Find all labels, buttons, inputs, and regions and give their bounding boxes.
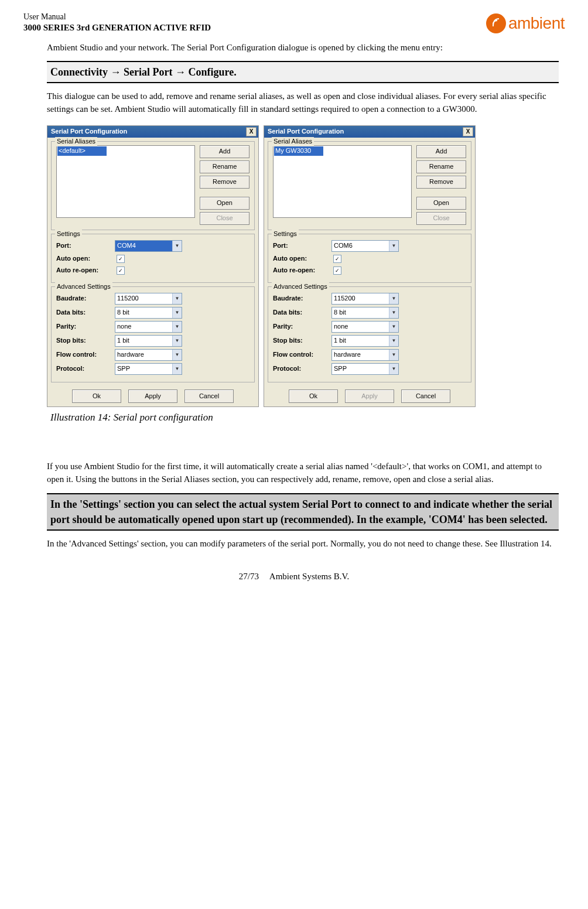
- stopbits-combo[interactable]: 1 bit▼: [115, 335, 182, 347]
- label-baudrate: Baudrate:: [56, 294, 115, 303]
- dialog-serial-config-left: Serial Port Configuration X Serial Alias…: [47, 125, 259, 408]
- logo-icon: [486, 13, 506, 33]
- remove-button[interactable]: Remove: [416, 176, 466, 189]
- label-databits: Data bits:: [273, 308, 331, 317]
- label-stopbits: Stop bits:: [56, 336, 115, 346]
- group-settings: Settings: [272, 230, 299, 239]
- chevron-down-icon[interactable]: ▼: [389, 293, 398, 304]
- chevron-down-icon[interactable]: ▼: [172, 307, 182, 318]
- rename-button[interactable]: Rename: [200, 160, 249, 173]
- cancel-button[interactable]: Cancel: [184, 389, 234, 404]
- auto-reopen-checkbox[interactable]: ✓: [333, 266, 341, 275]
- banner-settings: In the 'Settings' section you can select…: [47, 493, 559, 531]
- label-flowcontrol: Flow control:: [273, 350, 331, 360]
- logo: ambient: [486, 12, 565, 36]
- label-parity: Parity:: [273, 322, 331, 332]
- aliases-listbox[interactable]: My GW3030: [273, 145, 412, 218]
- group-aliases: Serial Aliases: [272, 137, 314, 146]
- label-auto-reopen: Auto re-open:: [56, 266, 115, 275]
- chevron-down-icon[interactable]: ▼: [389, 336, 398, 346]
- baudrate-combo[interactable]: 115200▼: [115, 293, 182, 305]
- apply-button[interactable]: Apply: [128, 389, 177, 404]
- ok-button[interactable]: Ok: [72, 389, 121, 404]
- databits-combo[interactable]: 8 bit▼: [331, 307, 399, 319]
- label-parity: Parity:: [56, 322, 115, 332]
- company-name: Ambient Systems B.V.: [269, 572, 349, 581]
- label-flowcontrol: Flow control:: [56, 350, 115, 360]
- remove-button[interactable]: Remove: [200, 176, 249, 189]
- flowcontrol-combo[interactable]: hardware▼: [115, 349, 182, 361]
- close-icon[interactable]: X: [246, 127, 257, 136]
- close-icon[interactable]: X: [463, 127, 473, 136]
- chevron-down-icon[interactable]: ▼: [172, 322, 182, 332]
- group-advanced: Advanced Settings: [55, 282, 112, 292]
- add-button[interactable]: Add: [200, 145, 249, 158]
- dialog-titlebar: Serial Port Configuration X: [47, 126, 258, 138]
- page-number: 27/73: [239, 572, 259, 581]
- label-auto-open: Auto open:: [273, 254, 331, 264]
- chevron-down-icon[interactable]: ▼: [172, 364, 182, 374]
- auto-open-checkbox[interactable]: ✓: [117, 255, 125, 263]
- close-button[interactable]: Close: [200, 212, 249, 225]
- stopbits-combo[interactable]: 1 bit▼: [331, 335, 399, 347]
- label-auto-reopen: Auto re-open:: [273, 266, 331, 275]
- dialog-title: Serial Port Configuration: [51, 127, 127, 136]
- group-aliases: Serial Aliases: [55, 137, 97, 146]
- dialog-title: Serial Port Configuration: [268, 127, 344, 136]
- add-button[interactable]: Add: [416, 145, 466, 158]
- aliases-listbox[interactable]: <default>: [56, 145, 195, 218]
- port-combo[interactable]: COM4▼: [115, 240, 182, 252]
- label-baudrate: Baudrate:: [273, 294, 331, 303]
- series-title: 3000 SERIES 3rd GENERATION ACTIVE RFID: [23, 22, 211, 34]
- close-button[interactable]: Close: [416, 212, 466, 225]
- label-auto-open: Auto open:: [56, 254, 115, 264]
- parity-combo[interactable]: none▼: [115, 321, 182, 333]
- figure-caption: Illustration 14: Serial port configurati…: [50, 411, 559, 425]
- banner-connectivity: Connectivity → Serial Port → Configure.: [47, 61, 559, 83]
- ok-button[interactable]: Ok: [289, 389, 338, 404]
- chevron-down-icon[interactable]: ▼: [389, 241, 398, 251]
- alias-item[interactable]: My GW3030: [274, 146, 323, 156]
- label-port: Port:: [273, 241, 331, 251]
- chevron-down-icon[interactable]: ▼: [389, 350, 398, 360]
- dialog-titlebar: Serial Port Configuration X: [264, 126, 475, 138]
- chevron-down-icon[interactable]: ▼: [389, 322, 398, 332]
- chevron-down-icon[interactable]: ▼: [389, 364, 398, 374]
- paragraph-firsttime: If you use Ambient Studio for the first …: [47, 460, 559, 486]
- label-port: Port:: [56, 241, 115, 251]
- apply-button[interactable]: Apply: [345, 389, 394, 404]
- port-combo[interactable]: COM6▼: [331, 240, 399, 252]
- cancel-button[interactable]: Cancel: [401, 389, 450, 404]
- figure-serial-config: Serial Port Configuration X Serial Alias…: [47, 125, 559, 425]
- label-protocol: Protocol:: [56, 364, 115, 374]
- label-protocol: Protocol:: [273, 364, 331, 374]
- paragraph-advanced: In the 'Advanced Settings' section, you …: [47, 538, 559, 551]
- dialog-serial-config-right: Serial Port Configuration X Serial Alias…: [264, 125, 476, 408]
- chevron-down-icon[interactable]: ▼: [172, 350, 182, 360]
- label-stopbits: Stop bits:: [273, 336, 331, 346]
- auto-open-checkbox[interactable]: ✓: [333, 255, 341, 263]
- paragraph-intro: Ambient Studio and your network. The Ser…: [47, 42, 559, 54]
- chevron-down-icon[interactable]: ▼: [389, 307, 398, 318]
- chevron-down-icon[interactable]: ▼: [172, 293, 182, 304]
- rename-button[interactable]: Rename: [416, 160, 466, 173]
- chevron-down-icon[interactable]: ▼: [172, 336, 182, 346]
- chevron-down-icon[interactable]: ▼: [172, 241, 182, 251]
- page-header: User Manual 3000 SERIES 3rd GENERATION A…: [23, 12, 565, 36]
- auto-reopen-checkbox[interactable]: ✓: [117, 266, 125, 275]
- manual-title: User Manual: [23, 12, 211, 22]
- logo-text: ambient: [508, 12, 565, 36]
- page-footer: 27/73 Ambient Systems B.V.: [23, 570, 565, 583]
- label-databits: Data bits:: [56, 308, 115, 317]
- paragraph-dialogue: This dialogue can be used to add, remove…: [47, 90, 559, 116]
- open-button[interactable]: Open: [416, 197, 466, 210]
- databits-combo[interactable]: 8 bit▼: [115, 307, 182, 319]
- parity-combo[interactable]: none▼: [331, 321, 399, 333]
- flowcontrol-combo[interactable]: hardware▼: [331, 349, 399, 361]
- baudrate-combo[interactable]: 115200▼: [331, 293, 399, 305]
- alias-item[interactable]: <default>: [57, 146, 107, 156]
- protocol-combo[interactable]: SPP▼: [331, 363, 399, 375]
- group-advanced: Advanced Settings: [272, 282, 329, 292]
- protocol-combo[interactable]: SPP▼: [115, 363, 182, 375]
- open-button[interactable]: Open: [200, 197, 249, 210]
